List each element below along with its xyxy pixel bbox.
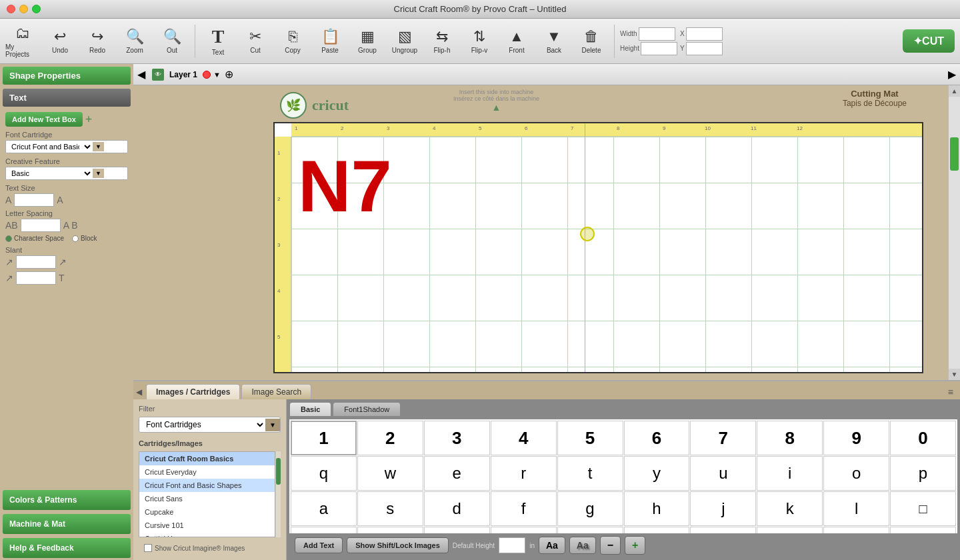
creative-feature-select[interactable]: Basic bbox=[6, 167, 93, 179]
font-cartridge-dropdown-icon[interactable]: ▼ bbox=[93, 142, 104, 151]
filter-select[interactable]: Font Cartridges bbox=[139, 417, 265, 432]
tab-images-cartridges[interactable]: Images / Cartridges bbox=[146, 384, 240, 399]
help-feedback-button[interactable]: Help & Feedback bbox=[3, 538, 131, 558]
cut-tool-button[interactable]: ✂ Cut bbox=[238, 22, 273, 61]
close-button[interactable] bbox=[7, 5, 15, 13]
font-char-7[interactable]: 7 bbox=[690, 421, 756, 455]
font-char-l[interactable]: l bbox=[823, 491, 889, 526]
font-char-m[interactable]: m bbox=[690, 527, 756, 533]
font-char-h[interactable]: h bbox=[624, 491, 690, 526]
slant2-input[interactable]: 0 bbox=[16, 271, 56, 285]
scroll-track[interactable] bbox=[949, 97, 960, 369]
zoom-out-button[interactable]: 🔍 Out bbox=[155, 22, 189, 61]
font-char-i[interactable]: i bbox=[757, 456, 823, 491]
height-input[interactable] bbox=[641, 42, 677, 55]
cartridge-item-3[interactable]: Cricut Sans bbox=[139, 492, 275, 505]
font-char-lt[interactable]: < bbox=[757, 527, 823, 533]
scroll-down-button[interactable]: ▼ bbox=[949, 369, 960, 380]
ungroup-button[interactable]: ▧ Ungroup bbox=[387, 22, 422, 61]
delete-button[interactable]: 🗑 Delete bbox=[574, 22, 609, 61]
cartridge-list-scrollbar[interactable] bbox=[275, 451, 281, 537]
font-char-q[interactable]: q bbox=[291, 456, 357, 491]
add-text-button[interactable]: Add Text bbox=[295, 537, 343, 553]
font-char-2[interactable]: 2 bbox=[357, 421, 423, 455]
scroll-up-button[interactable]: ▲ bbox=[949, 85, 960, 97]
cartridge-item-1[interactable]: Cricut Everyday bbox=[139, 465, 275, 479]
layer-add-icon[interactable]: ⊕ bbox=[225, 68, 233, 81]
front-button[interactable]: ▲ Front bbox=[499, 22, 534, 61]
layer-next-button[interactable]: ▶ bbox=[944, 68, 960, 81]
my-projects-button[interactable]: 🗂 My Projects bbox=[5, 22, 40, 61]
group-button[interactable]: ▦ Group bbox=[350, 22, 385, 61]
font-shadow-button[interactable]: Aa bbox=[569, 537, 596, 554]
font-char-g[interactable]: g bbox=[557, 491, 623, 526]
cut-button[interactable]: ✦CUT bbox=[903, 29, 955, 53]
slant-input[interactable]: 0 bbox=[16, 255, 56, 269]
cartridge-item-2[interactable]: Cricut Font and Basic Shapes bbox=[139, 479, 275, 492]
scroll-thumb[interactable] bbox=[950, 137, 959, 171]
x-input[interactable] bbox=[686, 27, 723, 41]
cartridge-item-6[interactable]: Cuttin' Up bbox=[139, 532, 275, 537]
font-char-0[interactable]: 0 bbox=[890, 421, 956, 455]
font-char-f[interactable]: f bbox=[491, 491, 557, 526]
font-char-p[interactable]: p bbox=[890, 456, 956, 491]
font-char-v[interactable]: v bbox=[491, 527, 557, 533]
font-char-square[interactable]: □ bbox=[890, 491, 956, 526]
font-char-a[interactable]: a bbox=[291, 491, 357, 526]
colors-patterns-button[interactable]: Colors & Patterns bbox=[3, 490, 131, 510]
font-char-x[interactable]: x bbox=[357, 527, 423, 533]
cartridge-item-0[interactable]: Cricut Craft Room Basics bbox=[139, 452, 275, 465]
font-char-r[interactable]: r bbox=[491, 456, 557, 491]
font-tab-basic[interactable]: Basic bbox=[289, 402, 331, 417]
font-char-z[interactable]: z bbox=[291, 527, 357, 533]
font-char-4[interactable]: 4 bbox=[491, 421, 557, 455]
maximize-button[interactable] bbox=[32, 5, 41, 13]
text-button[interactable]: T Text bbox=[201, 22, 235, 61]
font-char-b[interactable]: b bbox=[557, 527, 623, 533]
font-tab-shadow[interactable]: Font1Shadow bbox=[333, 402, 401, 417]
text-size-input[interactable]: 0.1 bbox=[14, 193, 54, 207]
show-cricut-checkbox[interactable] bbox=[144, 544, 152, 552]
tab-arrow-left[interactable]: ◀ bbox=[136, 387, 142, 397]
add-new-text-box-button[interactable]: Add New Text Box bbox=[5, 112, 83, 127]
font-char-o[interactable]: o bbox=[823, 456, 889, 491]
font-size-decrease-button[interactable]: − bbox=[600, 536, 621, 555]
font-char-3[interactable]: 3 bbox=[424, 421, 490, 455]
font-char-dot[interactable]: . bbox=[823, 527, 889, 533]
font-char-y[interactable]: y bbox=[624, 456, 690, 491]
layer-dropdown[interactable]: ▼ bbox=[213, 71, 221, 79]
char-space-radio[interactable]: Character Space bbox=[5, 235, 64, 242]
show-shift-lock-button[interactable]: Show Shift/Lock Images bbox=[347, 537, 449, 553]
add-text-box-plus-icon[interactable]: + bbox=[85, 113, 93, 127]
font-char-8[interactable]: 8 bbox=[757, 421, 823, 455]
vertical-scrollbar[interactable]: ▲ ▼ bbox=[948, 85, 960, 380]
width-input[interactable] bbox=[639, 27, 675, 41]
font-char-gt[interactable]: > bbox=[890, 527, 956, 533]
tab-image-search[interactable]: Image Search bbox=[241, 384, 311, 399]
bottom-panel-menu-icon[interactable]: ≡ bbox=[948, 387, 953, 397]
cartridge-item-5[interactable]: Cursive 101 bbox=[139, 519, 275, 532]
font-char-e[interactable]: e bbox=[424, 456, 490, 491]
font-char-j[interactable]: j bbox=[690, 491, 756, 526]
font-normal-button[interactable]: Aa bbox=[539, 537, 565, 554]
font-char-u[interactable]: u bbox=[690, 456, 756, 491]
font-char-w[interactable]: w bbox=[357, 456, 423, 491]
font-char-6[interactable]: 6 bbox=[624, 421, 690, 455]
undo-button[interactable]: ↩ Undo bbox=[43, 22, 77, 61]
cartridge-item-4[interactable]: Cupcake bbox=[139, 505, 275, 519]
minimize-button[interactable] bbox=[19, 5, 28, 13]
block-radio[interactable]: Block bbox=[72, 235, 97, 242]
font-cartridge-select[interactable]: Cricut Font and Basic ... bbox=[6, 141, 93, 153]
font-char-1[interactable]: 1 bbox=[291, 421, 357, 455]
font-char-c[interactable]: c bbox=[424, 527, 490, 533]
layer-prev-button[interactable]: ◀ bbox=[133, 68, 149, 81]
default-height-input[interactable]: 2.5 bbox=[499, 537, 525, 553]
letter-spacing-input[interactable]: 0 bbox=[21, 219, 61, 232]
font-char-9[interactable]: 9 bbox=[823, 421, 889, 455]
redo-button[interactable]: ↪ Redo bbox=[80, 22, 115, 61]
n7-canvas-text[interactable]: N7 bbox=[298, 143, 392, 228]
font-size-increase-button[interactable]: + bbox=[625, 536, 645, 555]
font-char-k[interactable]: k bbox=[757, 491, 823, 526]
flip-h-button[interactable]: ⇆ Flip-h bbox=[425, 22, 459, 61]
flip-v-button[interactable]: ⇅ Flip-v bbox=[462, 22, 497, 61]
